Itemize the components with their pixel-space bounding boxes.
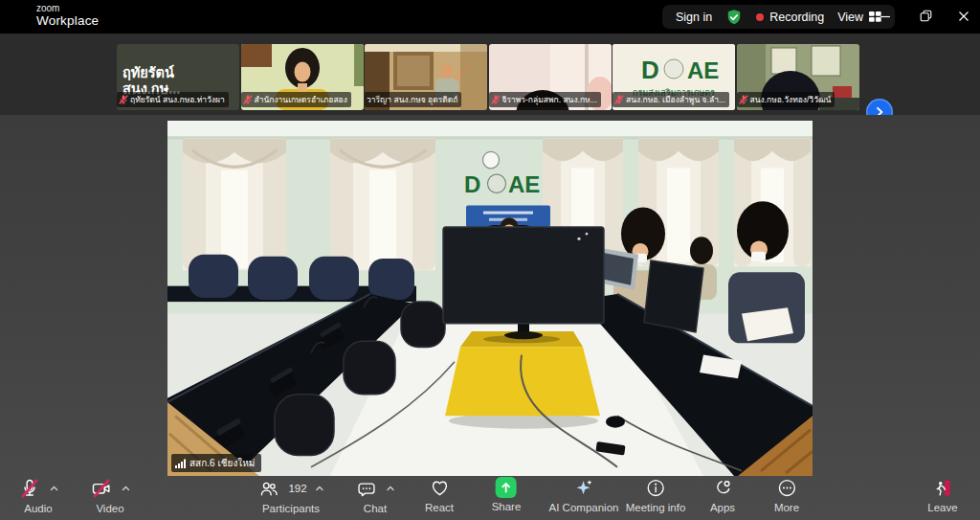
participant-filmstrip: ฤทัยรัตน์ สนง.กษ... ฤทัยรัตน์ สนง.กษอ.ท่…: [0, 34, 980, 115]
participant-name-text: สนง.กษอ. เมืองลำพูน จ.ลำ...: [626, 93, 725, 106]
minimize-icon: [880, 11, 891, 22]
close-button[interactable]: [947, 0, 980, 32]
share-label: Share: [492, 501, 522, 512]
video-options-caret[interactable]: [122, 486, 130, 491]
participant-name-text: ฤทัยรัตน์ สนง.กษอ.ท่าวังผา: [130, 93, 225, 106]
meeting-info-label: Meeting info: [626, 502, 686, 513]
participant-thumbnail[interactable]: ฤทัยรัตน์ สนง.กษ... ฤทัยรัตน์ สนง.กษอ.ท่…: [117, 44, 239, 110]
restore-button[interactable]: [909, 0, 942, 32]
chat-control[interactable]: Chat: [356, 477, 395, 514]
muted-camera-icon: [90, 477, 113, 500]
security-shield-icon[interactable]: [725, 9, 743, 26]
muted-mic-icon: [739, 95, 748, 104]
recording-label: Recording: [769, 11, 824, 24]
chat-icon: [356, 478, 378, 500]
apps-icon: [712, 477, 734, 499]
app-logo: zoom Workplace: [36, 4, 99, 28]
wall-logo-d: D: [464, 171, 480, 197]
share-screen-icon: [496, 477, 517, 498]
participants-label: Participants: [262, 503, 320, 514]
conference-room-video: D AE: [167, 121, 813, 476]
zoom-meeting-window: zoom Workplace Sign in Recording View: [0, 0, 980, 520]
ai-companion-label: AI Companion: [549, 502, 619, 513]
share-control[interactable]: Share: [492, 477, 522, 512]
participant-thumbnail[interactable]: สนง.กษอ.วังทอง/วิวัฒน์: [737, 44, 859, 110]
info-icon: [645, 477, 667, 499]
thumbnail-row: ฤทัยรัตน์ สนง.กษ... ฤทัยรัตน์ สนง.กษอ.ท่…: [117, 44, 859, 110]
participant-name-text: สนง.กษอ.วังทอง/วิวัฒน์: [750, 93, 832, 106]
muted-mic-icon: [119, 95, 128, 104]
wall-logo-ae: AE: [508, 171, 540, 197]
muted-mic-icon: [614, 95, 624, 104]
participant-name-text: จิราพร-กลุ่มสพก. สนง.กษ...: [502, 93, 597, 106]
participant-name-text: วารีญา สนง.กษจ อุตรดิตถ์: [367, 93, 457, 106]
active-speaker-name: สสก.6 เชียงใหม่: [189, 456, 255, 470]
audio-options-caret[interactable]: [50, 486, 58, 491]
recording-indicator[interactable]: Recording: [756, 11, 824, 24]
restore-icon: [920, 10, 932, 22]
chat-label: Chat: [364, 503, 387, 514]
video-label: Video: [96, 503, 123, 514]
signal-bars-icon: [175, 459, 186, 468]
participant-name-badge: จิราพร-กลุ่มสพก. สนง.กษ...: [489, 92, 601, 107]
participants-icon: [257, 478, 279, 500]
participant-name-badge: ฤทัยรัตน์ สนง.กษอ.ท่าวังผา: [117, 92, 229, 107]
title-bar-controls: Sign in Recording View: [662, 5, 895, 29]
more-icon: [775, 477, 797, 499]
participants-caret[interactable]: [316, 486, 324, 491]
participants-count: 192: [288, 483, 306, 494]
active-speaker-video[interactable]: D AE: [167, 121, 813, 476]
heart-icon: [428, 477, 450, 499]
doae-logo-d: D: [641, 56, 659, 84]
app-logo-workplace: Workplace: [36, 14, 99, 28]
minimize-button[interactable]: [869, 0, 902, 32]
view-label: View: [837, 11, 863, 24]
participants-control[interactable]: 192 Participants: [257, 477, 323, 514]
leave-control[interactable]: Leave: [927, 477, 957, 513]
more-control[interactable]: More: [774, 477, 799, 513]
close-icon: [958, 11, 969, 22]
participant-thumbnail[interactable]: จิราพร-กลุ่มสพก. สนง.กษ...: [489, 44, 612, 110]
more-label: More: [774, 502, 799, 513]
participant-name-badge: สนง.กษอ. เมืองลำพูน จ.ลำ...: [612, 92, 729, 107]
apps-control[interactable]: Apps: [710, 477, 735, 513]
participant-thumbnail[interactable]: D AE กรมส่งเสริมการเกษตร สนง.กษอ. เมืองล…: [612, 44, 735, 110]
active-speaker-label: สสก.6 เชียงใหม่: [171, 454, 261, 472]
sign-in-button[interactable]: Sign in: [676, 11, 712, 24]
ai-sparkle-icon: [573, 477, 595, 499]
participant-name-badge: วารีญา สนง.กษจ อุตรดิตถ์: [365, 92, 461, 107]
participant-thumbnail[interactable]: สำนักงานเกษตรอำเภอสอง: [241, 44, 364, 110]
app-logo-zoom: zoom: [36, 4, 99, 14]
meeting-info-control[interactable]: Meeting info: [626, 477, 686, 513]
video-control[interactable]: Video: [90, 477, 130, 514]
react-label: React: [425, 502, 454, 513]
ai-companion-control[interactable]: AI Companion: [549, 477, 619, 513]
muted-mic-icon: [491, 95, 501, 104]
participant-thumbnail[interactable]: วารีญา สนง.กษจ อุตรดิตถ์: [365, 44, 487, 110]
apps-label: Apps: [710, 502, 735, 513]
participant-name-badge: สำนักงานเกษตรอำเภอสอง: [241, 92, 351, 107]
audio-control[interactable]: Audio: [18, 477, 58, 514]
recording-dot-icon: [756, 13, 764, 21]
participant-name-badge: สนง.กษอ.วังทอง/วิวัฒน์: [737, 92, 835, 107]
participant-name-text: สำนักงานเกษตรอำเภอสอง: [255, 93, 347, 106]
audio-label: Audio: [24, 503, 52, 514]
leave-label: Leave: [927, 502, 957, 513]
meeting-stage: D AE: [0, 115, 980, 520]
muted-mic-icon: [18, 477, 41, 500]
title-bar: zoom Workplace Sign in Recording View: [0, 0, 980, 34]
doae-logo-ae: AE: [687, 57, 719, 83]
muted-mic-icon: [243, 95, 253, 104]
react-control[interactable]: React: [425, 477, 454, 513]
chat-caret[interactable]: [387, 486, 395, 491]
leave-door-icon: [932, 477, 954, 499]
